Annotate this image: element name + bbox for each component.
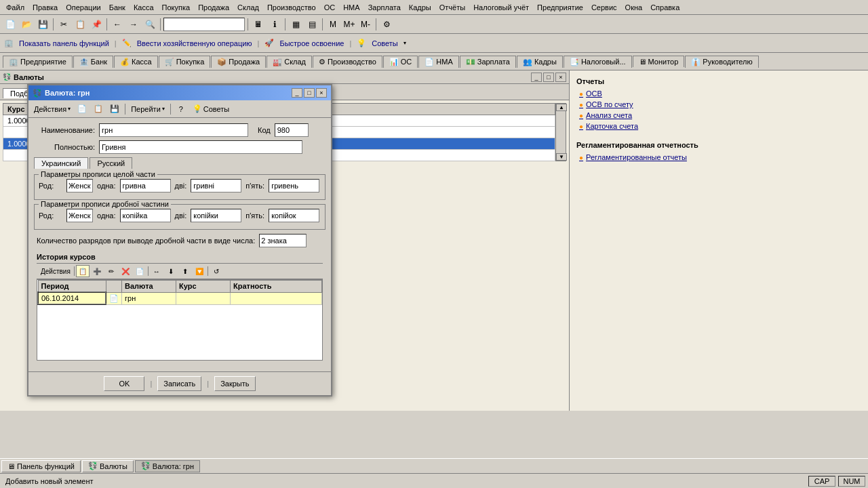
- tab-kassa[interactable]: 💰Касса: [114, 56, 158, 68]
- menu-hr[interactable]: Кадры: [406, 2, 435, 13]
- link-reg-reports[interactable]: Регламентированные отчеты: [576, 153, 861, 161]
- polnost-input[interactable]: [99, 140, 302, 154]
- link-card[interactable]: Карточка счета: [576, 122, 861, 130]
- valuta-close[interactable]: ×: [555, 73, 566, 82]
- toolbar-combo[interactable]: [163, 18, 245, 31]
- tab-sell[interactable]: 📦Продажа: [211, 56, 266, 68]
- menu-sklad[interactable]: Склад: [234, 2, 262, 13]
- hist-refresh-btn[interactable]: ↺: [210, 265, 223, 277]
- mplus-btn[interactable]: M+: [342, 17, 357, 32]
- menu-ops[interactable]: Операции: [62, 2, 104, 13]
- modal-close[interactable]: ×: [316, 88, 327, 98]
- pyat-input-frac[interactable]: [269, 209, 319, 222]
- menu-enterprise[interactable]: Предприятие: [534, 2, 587, 13]
- save-btn[interactable]: Записать: [157, 376, 201, 391]
- back-btn[interactable]: ←: [110, 17, 125, 32]
- new-btn[interactable]: 📄: [3, 17, 18, 32]
- fwd-btn[interactable]: →: [126, 17, 141, 32]
- tab-nma[interactable]: 📄НМА: [418, 56, 458, 68]
- history-table-wrap[interactable]: Период Валюта Курс Кратность: [37, 279, 323, 361]
- modal-goto-btn[interactable]: Перейти: [128, 102, 167, 116]
- modal-help-btn[interactable]: ?: [174, 102, 189, 116]
- advice-arrow[interactable]: ▾: [403, 40, 406, 46]
- hist-period-cell[interactable]: [38, 292, 106, 304]
- advice-link[interactable]: Советы: [372, 39, 397, 47]
- modal-maximize[interactable]: □: [304, 88, 315, 98]
- tab-enterprise[interactable]: 🏢Предприятие: [3, 56, 73, 68]
- lang-tab-rus[interactable]: Русский: [90, 157, 132, 169]
- hist-period-input[interactable]: [41, 294, 102, 302]
- tab-prod[interactable]: ⚙Производство: [313, 56, 382, 68]
- tab-os[interactable]: 📊ОС: [383, 56, 418, 68]
- menu-help[interactable]: Справка: [647, 2, 683, 13]
- hist-filter-btn[interactable]: 🔽: [193, 265, 206, 277]
- digits-select[interactable]: 2 знака 0 знаков: [259, 234, 307, 247]
- valuta-minimize[interactable]: _: [531, 73, 542, 82]
- mminus-btn[interactable]: M-: [358, 17, 373, 32]
- modal-tb-save[interactable]: 💾: [107, 102, 122, 116]
- calc-btn[interactable]: 🖩: [251, 17, 266, 32]
- menu-bank[interactable]: Банк: [106, 2, 129, 13]
- ok-btn[interactable]: OK: [104, 376, 144, 391]
- info-btn[interactable]: ℹ: [267, 17, 282, 32]
- modal-tb-copy[interactable]: 📋: [91, 102, 106, 116]
- copy-btn[interactable]: 📋: [73, 17, 87, 32]
- valuta-maximize[interactable]: □: [543, 73, 554, 82]
- table-btn[interactable]: ▦: [288, 17, 303, 32]
- tab-hr[interactable]: 👥Кадры: [517, 56, 563, 68]
- hist-edit-btn[interactable]: ✏: [104, 265, 118, 277]
- rod-select-frac[interactable]: Женск Мужск: [66, 209, 93, 222]
- tab-sklad[interactable]: 🏭Склад: [267, 56, 312, 68]
- hist-new-btn[interactable]: 📋: [76, 265, 90, 277]
- modal-advice-btn[interactable]: 💡 Советы: [190, 102, 232, 116]
- tab-monitor[interactable]: 🖥Монитор: [633, 56, 685, 67]
- link-osv[interactable]: ОСВ: [576, 89, 861, 98]
- scroll-down[interactable]: ▼: [556, 153, 567, 161]
- enter-op-link[interactable]: Ввести хозяйственную операцию: [137, 39, 252, 47]
- dvi-input-whole[interactable]: [191, 179, 241, 192]
- taskbar-panel[interactable]: 🖥 Панель функций: [1, 460, 81, 472]
- extra-btn[interactable]: ⚙: [379, 17, 394, 32]
- menu-salary[interactable]: Зарплата: [365, 2, 404, 13]
- modal-tb-new[interactable]: 📄: [75, 102, 90, 116]
- menu-os[interactable]: ОС: [321, 2, 339, 13]
- odna-input-frac[interactable]: [120, 209, 171, 222]
- hist-actions-btn[interactable]: Действия: [39, 265, 73, 277]
- menu-prod[interactable]: Производство: [264, 2, 319, 13]
- tab-bank[interactable]: 🏦Банк: [73, 56, 113, 68]
- menu-kassa[interactable]: Касса: [130, 2, 157, 13]
- odna-input-whole[interactable]: [120, 179, 171, 192]
- taskbar-valuta[interactable]: 💱 Валюты: [82, 460, 134, 472]
- modal-actions-btn[interactable]: Действия: [31, 102, 73, 116]
- menu-tax[interactable]: Налоговый учёт: [470, 2, 532, 13]
- search-btn[interactable]: 🔍: [142, 17, 157, 32]
- naim-input[interactable]: [99, 123, 248, 137]
- menu-file[interactable]: Файл: [3, 2, 28, 13]
- modal-minimize[interactable]: _: [292, 88, 302, 98]
- save-btn[interactable]: 💾: [35, 17, 50, 32]
- menu-buy[interactable]: Покупка: [159, 2, 194, 13]
- menu-windows[interactable]: Окна: [622, 2, 646, 13]
- hist-up-btn[interactable]: ⬆: [178, 265, 192, 277]
- taskbar-valuta-grn[interactable]: 💱 Валюта: грн: [135, 460, 200, 472]
- hist-del-btn[interactable]: ❌: [119, 265, 132, 277]
- scroll-up[interactable]: ▲: [556, 104, 567, 111]
- hist-down-btn[interactable]: ⬇: [164, 265, 178, 277]
- menu-nma[interactable]: НМА: [340, 2, 363, 13]
- tab-salary[interactable]: 💵Зарплата: [460, 56, 516, 68]
- hist-add-btn[interactable]: ➕: [90, 265, 104, 277]
- cut-btn[interactable]: ✂: [56, 17, 71, 32]
- rod-select-whole[interactable]: Женск Мужск: [66, 179, 93, 192]
- m-btn[interactable]: M: [326, 17, 340, 32]
- link-osv-by-account[interactable]: ОСВ по счету: [576, 100, 861, 108]
- link-analysis[interactable]: Анализ счета: [576, 111, 861, 119]
- open-btn[interactable]: 📂: [19, 17, 34, 32]
- paste-btn[interactable]: 📌: [89, 17, 104, 32]
- menu-edit[interactable]: Правка: [29, 2, 61, 13]
- close-btn[interactable]: Закрыть: [214, 376, 255, 391]
- pyat-input-whole[interactable]: [269, 179, 319, 192]
- lang-tab-ukr[interactable]: Украинский: [34, 157, 88, 169]
- menu-sell[interactable]: Продажа: [195, 2, 233, 13]
- menu-service[interactable]: Сервис: [588, 2, 620, 13]
- cols-btn[interactable]: ▤: [304, 17, 319, 32]
